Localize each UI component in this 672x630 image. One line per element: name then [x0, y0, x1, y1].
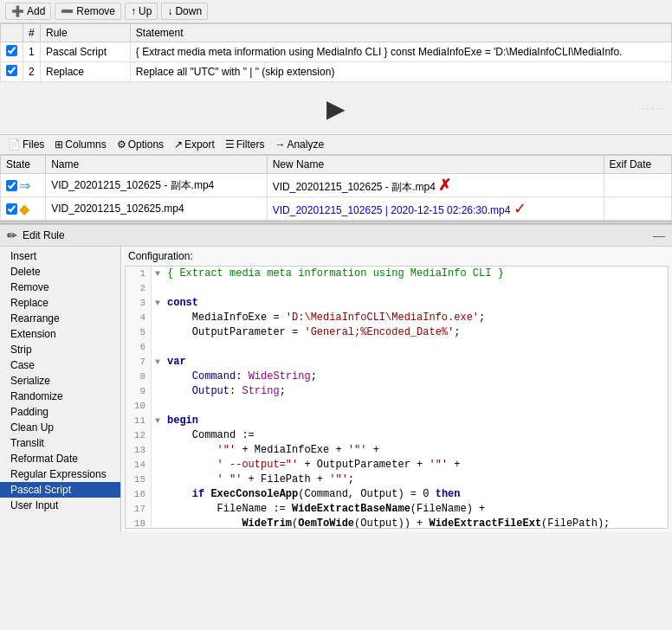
sidebar-item-case[interactable]: Case: [0, 357, 120, 373]
sidebar-item-serialize[interactable]: Serialize: [0, 373, 120, 389]
filters-button[interactable]: ☰ Filters: [221, 137, 269, 152]
up-icon: ↑: [131, 5, 136, 17]
options-button[interactable]: ⚙ Options: [113, 137, 168, 152]
analyze-icon: →: [275, 138, 285, 151]
line-number: 10: [126, 399, 152, 414]
sidebar-item-delete[interactable]: Delete: [0, 264, 120, 280]
sidebar-item-insert[interactable]: Insert: [0, 248, 120, 264]
rule-checkbox[interactable]: [1, 62, 23, 82]
sidebar-item-clean-up[interactable]: Clean Up: [0, 420, 120, 435]
files-table: State Name New Name Exif Date ⇒ VID_2020…: [0, 155, 672, 221]
columns-icon: ⊞: [55, 138, 63, 151]
add-button[interactable]: ➕ Add: [5, 3, 51, 20]
fold-button[interactable]: ▼: [152, 267, 164, 281]
col-statement: Statement: [130, 24, 671, 42]
remove-button[interactable]: ➖ Remove: [55, 3, 121, 20]
code-content: '"' + MediaInfoExe + '"' +: [164, 443, 379, 458]
up-button[interactable]: ↑ Up: [125, 3, 158, 20]
sidebar-item-translit[interactable]: Translit: [0, 435, 120, 451]
fold-button: [152, 458, 164, 472]
rule-type: Pascal Script: [41, 42, 131, 62]
code-content: Output: String;: [164, 384, 286, 399]
code-line: 18 WideTrim(OemToWide(Output)) + WideExt…: [126, 517, 668, 529]
table-row[interactable]: 1 Pascal Script { Extract media meta inf…: [1, 42, 672, 62]
fold-button: [152, 399, 164, 414]
sidebar-item-strip[interactable]: Strip: [0, 342, 120, 357]
sidebar-item-randomize[interactable]: Randomize: [0, 389, 120, 404]
minimize-button[interactable]: —: [653, 228, 665, 242]
x-mark-icon: ✗: [438, 177, 451, 194]
sidebar-item-extension[interactable]: Extension: [0, 326, 120, 342]
code-line: 11 ▼ begin: [126, 414, 668, 428]
columns-button[interactable]: ⊞ Columns: [50, 137, 110, 152]
code-content: var: [164, 355, 186, 370]
down-icon: ↓: [167, 5, 172, 17]
arrow-area: ▶ · · · · ·: [0, 82, 672, 134]
analyze-button[interactable]: → Analyze: [270, 137, 328, 152]
code-line: 15 ' "' + FilePath + '"';: [126, 472, 668, 487]
code-content: begin: [164, 414, 198, 428]
file-toolbar: 📄 Files ⊞ Columns ⚙ Options ↗ Export ☰ F…: [0, 134, 672, 155]
code-content: OutputParameter = 'General;%Encoded_Date…: [164, 325, 460, 340]
line-number: 5: [126, 325, 152, 340]
table-row[interactable]: 2 Replace Replace all "UTC" with " | " (…: [1, 62, 672, 82]
fold-button: [152, 340, 164, 355]
code-content: { Extract media meta information using M…: [164, 267, 504, 281]
sidebar-item-padding[interactable]: Padding: [0, 404, 120, 420]
sidebar-item-remove[interactable]: Remove: [0, 280, 120, 295]
file-exif-date: [604, 174, 671, 197]
line-number: 14: [126, 458, 152, 472]
fold-button: [152, 502, 164, 517]
line-number: 6: [126, 340, 152, 355]
code-line: 14 ' --output="' + OutputParameter + '"'…: [126, 458, 668, 472]
code-content: MediaInfoExe = 'D:\MediaInfoCLI\MediaInf…: [164, 311, 485, 325]
fold-button: [152, 311, 164, 325]
fold-button[interactable]: ▼: [152, 414, 164, 428]
col-num: #: [23, 24, 41, 42]
col-name: Name: [46, 156, 268, 174]
code-line: 9 Output: String;: [126, 384, 668, 399]
code-content: const: [164, 296, 198, 311]
sidebar-item-regular-expressions[interactable]: Regular Expressions: [0, 466, 120, 482]
file-checkbox[interactable]: [6, 180, 17, 191]
line-number: 17: [126, 502, 152, 517]
code-content: WideTrim(OemToWide(Output)) + WideExtrac…: [164, 517, 610, 529]
export-button[interactable]: ↗ Export: [170, 137, 219, 152]
rules-table: # Rule Statement 1 Pascal Script { Extra…: [0, 23, 672, 82]
code-line: 12 Command :=: [126, 428, 668, 443]
fold-button: [152, 384, 164, 399]
rule-type: Replace: [41, 62, 131, 82]
sidebar-item-reformat-date[interactable]: Reformat Date: [0, 451, 120, 466]
file-checkbox[interactable]: [6, 203, 17, 215]
file-exif-date: [604, 197, 671, 221]
file-state: ⇒: [1, 174, 46, 197]
code-line: 16 if ExecConsoleApp(Command, Output) = …: [126, 487, 668, 502]
sidebar-item-replace[interactable]: Replace: [0, 295, 120, 311]
edit-rule-panel: ✏ Edit Rule — InsertDeleteRemoveReplaceR…: [0, 224, 672, 532]
code-line: 13 '"' + MediaInfoExe + '"' +: [126, 443, 668, 458]
files-icon: 📄: [8, 138, 21, 151]
code-content: FileName := WideExtractBaseName(FileName…: [164, 502, 485, 517]
left-panel: InsertDeleteRemoveReplaceRearrangeExtens…: [0, 247, 121, 532]
file-new-name: VID_20201215_102625 | 2020-12-15 02:26:3…: [267, 197, 604, 221]
rule-checkbox[interactable]: [1, 42, 23, 62]
col-rule: Rule: [41, 24, 131, 42]
export-icon: ↗: [174, 138, 183, 151]
fold-button[interactable]: ▼: [152, 355, 164, 370]
files-button[interactable]: 📄 Files: [3, 137, 48, 152]
sidebar-item-pascal-script[interactable]: Pascal Script: [0, 482, 120, 498]
down-button[interactable]: ↓ Down: [161, 3, 208, 20]
fold-button: [152, 517, 164, 529]
col-exif-date: Exif Date: [604, 156, 671, 174]
play-arrow-icon: ▶: [326, 94, 346, 123]
code-editor[interactable]: 1 ▼ { Extract media meta information usi…: [125, 266, 669, 529]
fold-button: [152, 325, 164, 340]
code-content: ' "' + FilePath + '"';: [164, 472, 354, 487]
sidebar-item-user-input[interactable]: User Input: [0, 498, 120, 513]
sidebar-item-rearrange[interactable]: Rearrange: [0, 311, 120, 326]
line-number: 2: [126, 281, 152, 296]
list-item[interactable]: ◆ VID_20201215_102625.mp4 VID_20201215_1…: [1, 197, 672, 221]
fold-button[interactable]: ▼: [152, 296, 164, 311]
list-item[interactable]: ⇒ VID_20201215_102625 - 副本.mp4 VID_20201…: [1, 174, 672, 197]
edit-rule-header: ✏ Edit Rule —: [0, 225, 672, 247]
